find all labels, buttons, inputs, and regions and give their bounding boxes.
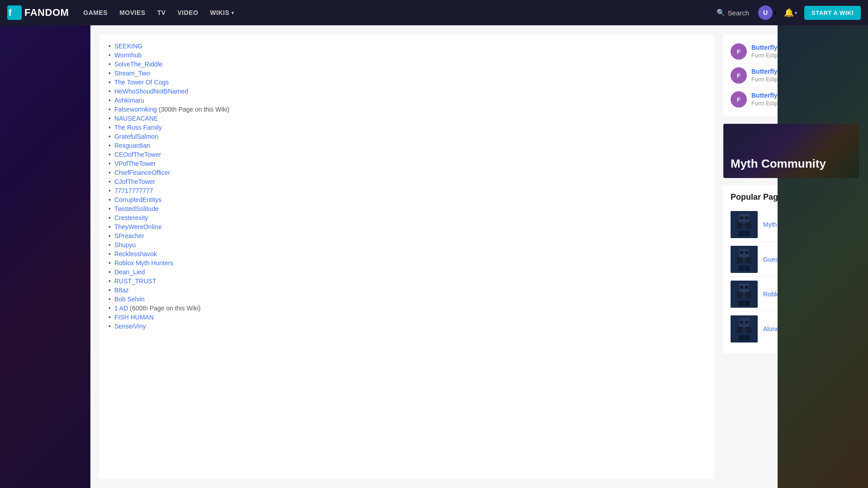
article-link[interactable]: GratefulSalmon bbox=[114, 133, 158, 140]
bell-chevron-icon: ▾ bbox=[795, 10, 797, 15]
article-link[interactable]: B8az bbox=[114, 286, 129, 294]
article-link[interactable]: CorruptedEntitys bbox=[114, 196, 161, 203]
list-item: Wormhub bbox=[108, 51, 705, 60]
nav-video[interactable]: VIDEO bbox=[172, 6, 204, 19]
svg-rect-28 bbox=[737, 327, 742, 333]
article-link[interactable]: Roblox Myth Hunters bbox=[114, 259, 174, 267]
list-item: SPreacher bbox=[108, 231, 705, 240]
list-item: SenseiViny bbox=[108, 322, 705, 331]
article-link[interactable]: SenseiViny bbox=[114, 323, 146, 330]
svg-rect-21 bbox=[746, 292, 751, 298]
avatar: U bbox=[758, 5, 773, 20]
nav-tv[interactable]: TV bbox=[152, 6, 171, 19]
svg-rect-29 bbox=[746, 327, 751, 333]
article-link[interactable]: SPreacher bbox=[114, 232, 144, 239]
list-item: CJofTheTower bbox=[108, 177, 705, 186]
article-link[interactable]: Bob Selvin bbox=[114, 296, 145, 303]
list-item: HeWhoShoudNotBNamed bbox=[108, 87, 705, 96]
main-nav: GAMES MOVIES TV VIDEO WIKIS ▾ bbox=[78, 6, 709, 19]
right-background bbox=[778, 25, 868, 488]
article-link[interactable]: ChiefFinanceOfficer bbox=[114, 169, 170, 176]
list-item: NAUSEACANE bbox=[108, 114, 705, 123]
list-item: Falsewormking (300th Page on this Wiki) bbox=[108, 105, 705, 114]
activity-avatar: F bbox=[731, 91, 747, 108]
article-link[interactable]: Falsewormking bbox=[114, 106, 157, 113]
list-item: Shupyu bbox=[108, 240, 705, 249]
article-link[interactable]: RUST_TRUST bbox=[114, 277, 156, 285]
search-icon: 🔍 bbox=[717, 9, 725, 17]
nav-games[interactable]: GAMES bbox=[78, 6, 113, 19]
myth-community-featured[interactable]: Myth Community bbox=[723, 124, 859, 178]
article-link[interactable]: CEOofTheTower bbox=[114, 151, 161, 158]
article-link[interactable]: The Tower Of Cogs bbox=[114, 79, 169, 86]
user-avatar-button[interactable]: U ▾ bbox=[758, 5, 777, 20]
svg-rect-6 bbox=[739, 231, 744, 236]
article-link[interactable]: The Russ Family bbox=[114, 124, 162, 131]
list-item: Ashkimaru bbox=[108, 96, 705, 105]
svg-rect-30 bbox=[739, 335, 744, 341]
list-item: CorruptedEntitys bbox=[108, 195, 705, 204]
svg-rect-12 bbox=[737, 257, 742, 263]
svg-rect-31 bbox=[745, 335, 750, 341]
article-link[interactable]: Recklesshavok bbox=[114, 250, 157, 258]
myth-community-title: Myth Community bbox=[731, 157, 826, 171]
list-item: The Russ Family bbox=[108, 123, 705, 132]
article-link[interactable]: VPofTheTower bbox=[114, 160, 156, 167]
left-background bbox=[0, 25, 90, 488]
list-item: Roblox Myth Hunters bbox=[108, 258, 705, 267]
notifications-button[interactable]: 🔔 ▾ bbox=[782, 6, 799, 19]
svg-rect-33 bbox=[745, 321, 748, 324]
search-button[interactable]: 🔍 Search bbox=[713, 7, 753, 19]
article: SEEKINGWormhubSolveThe_RiddleStream_TwoT… bbox=[99, 34, 714, 479]
svg-rect-23 bbox=[745, 300, 750, 306]
list-item: TheyWereOnline bbox=[108, 222, 705, 231]
roblox-figure-icon bbox=[735, 248, 754, 271]
article-link[interactable]: SolveThe_Riddle bbox=[114, 61, 163, 68]
logo-text: FANDOM bbox=[24, 7, 69, 19]
list-item: VPofTheTower bbox=[108, 159, 705, 168]
list-item: ChiefFinanceOfficer bbox=[108, 168, 705, 177]
activity-avatar: F bbox=[731, 43, 747, 60]
logo[interactable]: f FANDOM bbox=[7, 5, 69, 20]
list-item: RUST_TRUST bbox=[108, 277, 705, 286]
svg-rect-15 bbox=[745, 266, 750, 271]
list-item: Cresterexity bbox=[108, 213, 705, 222]
article-link[interactable]: NAUSEACANE bbox=[114, 115, 158, 122]
avatar-chevron-icon: ▾ bbox=[774, 10, 777, 15]
nav-movies[interactable]: MOVIES bbox=[114, 6, 151, 19]
article-link[interactable]: Cresterexity bbox=[114, 214, 148, 221]
list-item: B8az bbox=[108, 286, 705, 295]
list-item: 77717777777 bbox=[108, 186, 705, 195]
svg-rect-25 bbox=[745, 286, 748, 289]
wikis-chevron-icon: ▾ bbox=[231, 10, 234, 15]
left-background-overlay bbox=[0, 25, 90, 488]
list-item: SEEKING bbox=[108, 42, 705, 51]
page-wrapper: SEEKINGWormhubSolveThe_RiddleStream_TwoT… bbox=[0, 25, 868, 488]
article-link[interactable]: Shupyu bbox=[114, 241, 136, 249]
article-link[interactable]: Stream_Two bbox=[114, 70, 150, 77]
popular-page-thumb bbox=[731, 246, 758, 273]
start-wiki-button[interactable]: START A WIKI bbox=[804, 6, 861, 20]
article-link[interactable]: TwistedSolitude bbox=[114, 205, 159, 212]
list-item: 1 AD (600th Page on this Wiki) bbox=[108, 304, 705, 313]
svg-text:f: f bbox=[9, 8, 12, 18]
article-link[interactable]: Dean_Lied bbox=[114, 268, 145, 276]
article-link[interactable]: 1 AD bbox=[114, 305, 128, 312]
svg-rect-22 bbox=[739, 300, 744, 306]
article-link[interactable]: Wormhub bbox=[114, 52, 142, 59]
article-link[interactable]: 77717777777 bbox=[114, 187, 153, 194]
article-link[interactable]: SEEKING bbox=[114, 42, 142, 50]
svg-rect-24 bbox=[740, 286, 743, 289]
header-right: 🔍 Search U ▾ 🔔 ▾ START A WIKI bbox=[713, 5, 861, 20]
svg-rect-8 bbox=[740, 216, 743, 219]
article-link[interactable]: TheyWereOnline bbox=[114, 223, 162, 230]
article-link[interactable]: Rexguardian bbox=[114, 142, 150, 149]
list-item: Stream_Two bbox=[108, 69, 705, 78]
article-link[interactable]: CJofTheTower bbox=[114, 178, 155, 185]
nav-wikis[interactable]: WIKIS ▾ bbox=[205, 6, 239, 19]
list-item: FISH HUMAN bbox=[108, 313, 705, 322]
svg-rect-5 bbox=[746, 222, 751, 229]
article-link[interactable]: HeWhoShoudNotBNamed bbox=[114, 88, 188, 95]
article-link[interactable]: Ashkimaru bbox=[114, 97, 144, 104]
article-link[interactable]: FISH HUMAN bbox=[114, 314, 154, 321]
